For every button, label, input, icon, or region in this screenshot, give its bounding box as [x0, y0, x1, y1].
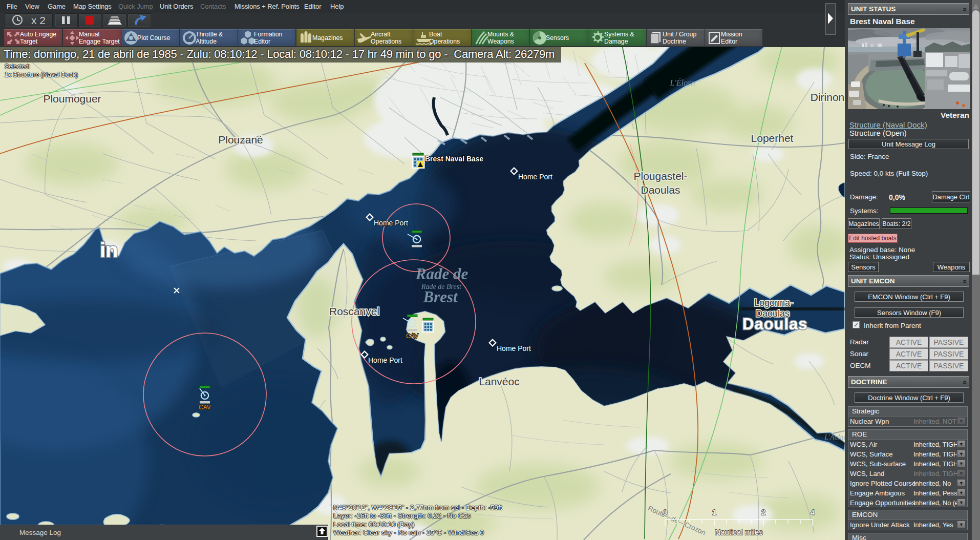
svg-text:Daoulas: Daoulas [742, 315, 808, 333]
svg-text:2: 2 [761, 508, 765, 516]
svg-text:Roscanvel: Roscanvel [329, 305, 379, 317]
svg-text:Rade de: Rade de [415, 265, 468, 283]
svg-text:Brest Naval Base: Brest Naval Base [425, 155, 484, 163]
svg-text:Home Port: Home Port [518, 173, 552, 181]
svg-text:0: 0 [663, 508, 667, 516]
svg-text:CAV: CAV [199, 404, 211, 411]
svg-text:1: 1 [712, 508, 716, 516]
svg-text:Route—de—Crozon: Route—de—Crozon [647, 504, 707, 536]
svg-text:Brest: Brest [422, 288, 458, 306]
svg-text:L'Élorn: L'Élorn [670, 78, 695, 87]
svg-text:Home Port: Home Port [374, 219, 408, 227]
svg-text:CAV: CAV [406, 333, 418, 340]
svg-text:Lanvéoc: Lanvéoc [479, 376, 519, 387]
svg-text:L'Aulne: L'Aulne [824, 433, 845, 441]
svg-text:Dirinon: Dirinon [811, 91, 845, 103]
svg-text:x 2: x 2 [31, 14, 46, 26]
svg-text:Nautical miles: Nautical miles [715, 528, 762, 536]
svg-text:Home Port: Home Port [368, 356, 402, 364]
svg-text:Plouzané: Plouzané [218, 134, 263, 146]
svg-text:Plougastel-: Plougastel- [633, 170, 687, 182]
svg-text:Daoulas: Daoulas [641, 184, 680, 196]
svg-text:Home Port: Home Port [497, 344, 531, 352]
svg-text:in: in [100, 239, 118, 261]
svg-text:Ploumoguer: Ploumoguer [43, 93, 101, 105]
svg-text:4: 4 [811, 508, 815, 516]
svg-text:Logonna-: Logonna- [754, 298, 793, 308]
svg-text:Loperhet: Loperhet [751, 132, 794, 144]
